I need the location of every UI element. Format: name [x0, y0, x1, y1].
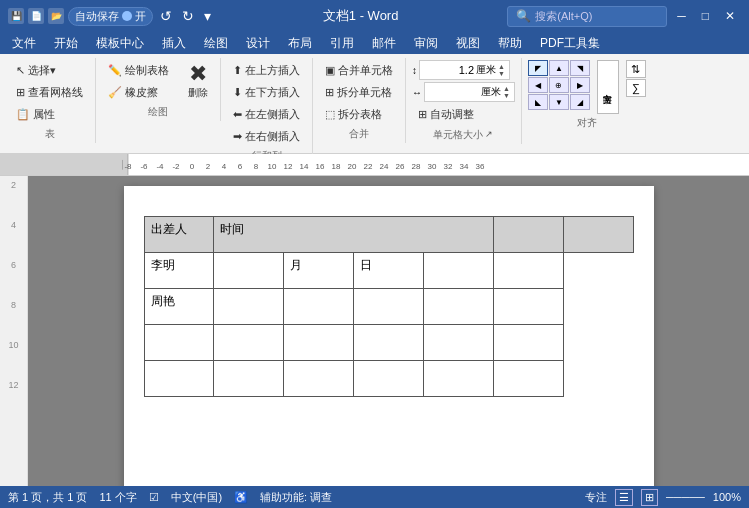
cell-r1-c1[interactable]: 李明: [144, 253, 214, 289]
menu-references[interactable]: 引用: [322, 33, 362, 54]
text-dir-btn[interactable]: 文字方向: [597, 60, 619, 114]
menu-file[interactable]: 文件: [4, 33, 44, 54]
align-bl-btn[interactable]: ◣: [528, 94, 548, 110]
sort-btn[interactable]: ⇅: [626, 60, 646, 78]
row-height-spinner[interactable]: 厘米 ▲ ▼: [419, 60, 510, 80]
menu-templates[interactable]: 模板中心: [88, 33, 152, 54]
minimize-btn[interactable]: ─: [671, 9, 692, 23]
cell-r1-c3[interactable]: 月: [284, 253, 354, 289]
undo-btn[interactable]: ↺: [157, 6, 175, 26]
cell-r2-c6[interactable]: [493, 289, 563, 325]
insert-above-btn[interactable]: ⬆ 在上方插入: [227, 60, 306, 81]
split-cells-btn[interactable]: ⊞ 拆分单元格: [319, 82, 399, 103]
menu-pdf[interactable]: PDF工具集: [532, 33, 608, 54]
delete-btn[interactable]: ✖ 删除: [182, 60, 214, 103]
width-up-btn[interactable]: ▲: [503, 85, 510, 92]
ribbon-group-draw: ✏️ 绘制表格 🧹 橡皮擦 ✖ 删除 绘图: [96, 58, 221, 121]
ribbon: ↖ 选择▾ ⊞ 查看网格线 📋 属性 表 ✏️ 绘制表格: [0, 54, 749, 154]
layout-btn-2[interactable]: ⊞: [641, 489, 658, 506]
menu-home[interactable]: 开始: [46, 33, 86, 54]
menu-design[interactable]: 设计: [238, 33, 278, 54]
cell-r2-c5[interactable]: [423, 289, 493, 325]
autosave-toggle[interactable]: 自动保存 开: [68, 7, 153, 26]
language: 中文(中国): [171, 490, 222, 505]
close-btn[interactable]: ✕: [719, 9, 741, 23]
cell-header-2[interactable]: 时间: [214, 217, 493, 253]
cell-r1-c4[interactable]: 日: [354, 253, 424, 289]
height-down-btn[interactable]: ▼: [498, 70, 505, 77]
cell-header-1[interactable]: 出差人: [144, 217, 214, 253]
align-br-btn[interactable]: ◢: [570, 94, 590, 110]
select-btn[interactable]: ↖ 选择▾: [10, 60, 89, 81]
draw-table-btn[interactable]: ✏️ 绘制表格: [102, 60, 175, 81]
formula-btn[interactable]: ∑: [626, 79, 646, 97]
col-width-spinner[interactable]: 厘米 ▲ ▼: [424, 82, 515, 102]
cell-header-4[interactable]: [563, 217, 633, 253]
cell-r3-c3[interactable]: [284, 325, 354, 361]
cell-r2-c4[interactable]: [354, 289, 424, 325]
insert-right-btn[interactable]: ➡ 在右侧插入: [227, 126, 306, 147]
menu-review[interactable]: 审阅: [406, 33, 446, 54]
cell-r3-c5[interactable]: [423, 325, 493, 361]
cell-r3-c2[interactable]: [214, 325, 284, 361]
row-height-input[interactable]: [424, 64, 474, 76]
align-mc-btn[interactable]: ⊕: [549, 77, 569, 93]
menu-mailings[interactable]: 邮件: [364, 33, 404, 54]
eraser-btn[interactable]: 🧹 橡皮擦: [102, 82, 175, 103]
cell-r1-c2[interactable]: [214, 253, 284, 289]
cell-r4-c4[interactable]: [354, 361, 424, 397]
cell-r3-c4[interactable]: [354, 325, 424, 361]
cell-r2-c3[interactable]: [284, 289, 354, 325]
height-up-btn[interactable]: ▲: [498, 63, 505, 70]
cell-r4-c5[interactable]: [423, 361, 493, 397]
cell-r4-c1[interactable]: [144, 361, 214, 397]
align-tr-btn[interactable]: ◥: [570, 60, 590, 76]
doc-title: 文档1 - Word: [323, 7, 399, 25]
focus-btn[interactable]: 专注: [585, 490, 607, 505]
align-ml-btn[interactable]: ◀: [528, 77, 548, 93]
ruler-tick-4: 4: [11, 220, 16, 230]
insert-left-btn[interactable]: ⬅ 在左侧插入: [227, 104, 306, 125]
split-table-btn[interactable]: ⬚ 拆分表格: [319, 104, 399, 125]
cell-r2-c1[interactable]: 周艳: [144, 289, 214, 325]
insert-below-btn[interactable]: ⬇ 在下方插入: [227, 82, 306, 103]
cell-r1-c6[interactable]: [493, 253, 563, 289]
cell-r3-c1[interactable]: [144, 325, 214, 361]
maximize-btn[interactable]: □: [696, 9, 715, 23]
align-mr-btn[interactable]: ▶: [570, 77, 590, 93]
cell-r4-c2[interactable]: [214, 361, 284, 397]
gridlines-btn[interactable]: ⊞ 查看网格线: [10, 82, 89, 103]
properties-btn[interactable]: 📋 属性: [10, 104, 89, 125]
open-icon[interactable]: 📂: [48, 8, 64, 24]
align-bc-btn[interactable]: ▼: [549, 94, 569, 110]
col-width-input[interactable]: [429, 86, 479, 98]
menu-draw[interactable]: 绘图: [196, 33, 236, 54]
search-box[interactable]: 🔍 搜索(Alt+Q): [507, 6, 667, 27]
ruler-tick-label: 34: [460, 162, 469, 171]
gridlines-icon: ⊞: [16, 86, 25, 99]
menu-layout[interactable]: 布局: [280, 33, 320, 54]
more-btn[interactable]: ▾: [201, 6, 214, 26]
status-bar-left: 第 1 页，共 1 页 11 个字 ☑ 中文(中国) ♿ 辅助功能: 调查: [8, 490, 332, 505]
cell-r4-c3[interactable]: [284, 361, 354, 397]
align-tl-btn[interactable]: ◤: [528, 60, 548, 76]
doc-area[interactable]: 出差人 时间 李明 月 日 周艳: [28, 176, 749, 486]
merge-cells-btn[interactable]: ▣ 合并单元格: [319, 60, 399, 81]
autofit-btn[interactable]: ⊞ 自动调整: [412, 104, 515, 125]
new-icon[interactable]: 📄: [28, 8, 44, 24]
cell-header-3[interactable]: [493, 217, 563, 253]
save-icon[interactable]: 💾: [8, 8, 24, 24]
menu-view[interactable]: 视图: [448, 33, 488, 54]
menu-help[interactable]: 帮助: [490, 33, 530, 54]
zoom-percent[interactable]: 100%: [713, 491, 741, 503]
cellsize-expand-btn[interactable]: ↗: [485, 129, 493, 139]
cell-r3-c6[interactable]: [493, 325, 563, 361]
menu-insert[interactable]: 插入: [154, 33, 194, 54]
redo-btn[interactable]: ↻: [179, 6, 197, 26]
cell-r1-c5[interactable]: [423, 253, 493, 289]
cell-r4-c6[interactable]: [493, 361, 563, 397]
align-tc-btn[interactable]: ▲: [549, 60, 569, 76]
cell-r2-c2[interactable]: [214, 289, 284, 325]
layout-btn-1[interactable]: ☰: [615, 489, 633, 506]
width-down-btn[interactable]: ▼: [503, 92, 510, 99]
